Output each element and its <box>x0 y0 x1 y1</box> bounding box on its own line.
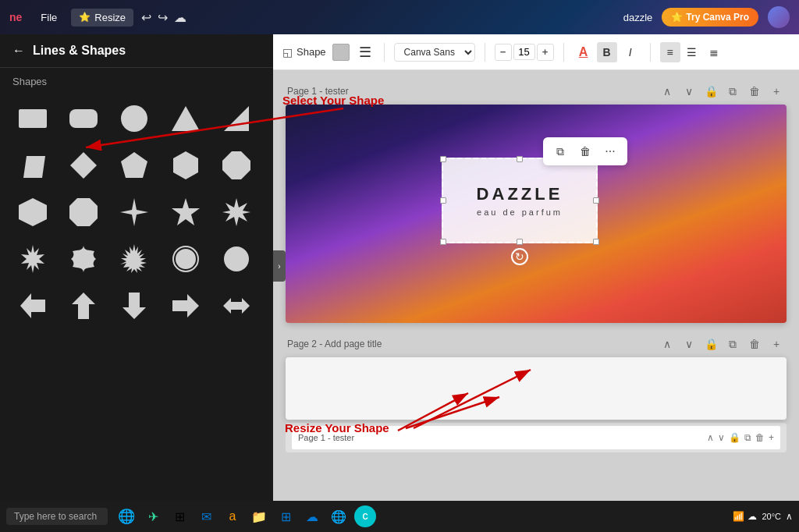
taskbar-tripadvisor-icon[interactable]: ✈ <box>142 505 164 527</box>
mini-up[interactable]: ∧ <box>707 432 714 443</box>
sidebar-title: Lines & Shapes <box>33 44 126 58</box>
shape-starburst2[interactable] <box>114 239 154 279</box>
back-button[interactable]: ← <box>12 44 25 58</box>
file-menu[interactable]: File <box>34 9 63 27</box>
page1-canvas[interactable]: ↻ DAZZLE eau de parfum ⧉ 🗑 ··· <box>286 105 787 323</box>
separator3 <box>563 43 564 62</box>
rotate-handle[interactable]: ↻ <box>511 248 528 265</box>
mini-down[interactable]: ∨ <box>718 432 725 443</box>
selected-shape[interactable]: ↻ DAZZLE eau de parfum <box>442 158 598 243</box>
taskbar-windows-icon[interactable]: ⊞ <box>169 505 190 527</box>
handle-rm[interactable] <box>593 197 599 204</box>
page1-duplicate[interactable]: ⧉ <box>724 83 741 100</box>
topbar-right: dazzle ⭐ Try Canva Pro <box>623 6 790 28</box>
taskbar: Type here to search 🌐 ✈ ⊞ ✉ a 📁 ⊞ ☁ 🌐 C … <box>0 501 799 532</box>
float-copy-button[interactable]: ⧉ <box>549 140 571 162</box>
page2-delete[interactable]: 🗑 <box>746 335 763 353</box>
shape-arrow-down[interactable] <box>114 286 154 326</box>
italic-button[interactable]: I <box>620 42 641 62</box>
align-right-button[interactable]: ≣ <box>704 42 724 62</box>
canvas-pages[interactable]: Page 1 - tester ∧ ∨ 🔒 ⧉ 🗑 + <box>273 70 799 501</box>
mini-copy[interactable]: ⧉ <box>744 432 751 443</box>
shape-sunburst[interactable] <box>12 239 53 279</box>
taskbar-search[interactable]: Type here to search <box>6 508 108 525</box>
shape-triangle[interactable] <box>165 98 206 139</box>
shape-hexagon[interactable] <box>165 145 206 186</box>
underline-color-button[interactable]: A <box>574 42 594 62</box>
redo-button[interactable]: ↪ <box>158 10 168 25</box>
user-avatar[interactable] <box>768 6 790 28</box>
font-size-decrease[interactable]: − <box>495 44 512 61</box>
shape-hex2[interactable] <box>12 192 53 232</box>
page2-add[interactable]: + <box>768 335 785 353</box>
align-center-button[interactable]: ☰ <box>682 42 702 62</box>
handle-br[interactable] <box>593 239 599 245</box>
taskbar-canva-icon[interactable]: C <box>354 505 376 527</box>
cloud-save-icon: ☁ <box>174 10 186 25</box>
page1-delete[interactable]: 🗑 <box>746 83 763 100</box>
align-left-button[interactable]: ≡ <box>660 42 680 62</box>
shape-right-triangle[interactable] <box>216 98 257 139</box>
shape-floating-toolbar: ⧉ 🗑 ··· <box>543 137 627 165</box>
float-delete-button[interactable]: 🗑 <box>574 140 596 162</box>
shape-star6[interactable] <box>216 192 257 232</box>
taskbar-edge-icon[interactable]: 🌐 <box>115 505 137 527</box>
try-pro-button[interactable]: ⭐ Try Canva Pro <box>662 8 758 27</box>
resize-button[interactable]: ⭐ Resize <box>71 9 133 27</box>
shape-badge[interactable] <box>165 239 206 279</box>
mini-add[interactable]: + <box>769 432 774 443</box>
handle-tl[interactable] <box>440 156 446 162</box>
color-swatch[interactable] <box>332 44 350 61</box>
mini-delete[interactable]: 🗑 <box>755 432 765 443</box>
shape-pentagon[interactable] <box>114 145 154 186</box>
mini-lock[interactable]: 🔒 <box>729 432 740 443</box>
main-layout: ← Lines & Shapes Shapes <box>0 34 799 501</box>
chevron-right-icon: › <box>278 262 280 271</box>
shape-chevron-left[interactable] <box>12 286 53 326</box>
shape-star5[interactable] <box>165 192 206 232</box>
handle-lm[interactable] <box>440 197 446 204</box>
page2-duplicate[interactable]: ⧉ <box>724 335 741 353</box>
shape-arrow-up[interactable] <box>63 286 104 326</box>
shape-diamond[interactable] <box>63 145 104 186</box>
page1-up[interactable]: ∧ <box>659 83 676 100</box>
handle-bl[interactable] <box>440 239 446 245</box>
font-select[interactable]: Canva Sans <box>394 43 475 62</box>
page1-lock[interactable]: 🔒 <box>702 83 719 100</box>
shape-rounded-star[interactable] <box>63 239 104 279</box>
shape-oct2[interactable] <box>63 192 104 232</box>
taskbar-expand-icon[interactable]: ∧ <box>786 511 793 522</box>
taskbar-start-icon[interactable]: ⊞ <box>275 505 297 527</box>
undo-button[interactable]: ↩ <box>141 10 151 25</box>
handle-tm[interactable] <box>517 156 523 162</box>
line-style-button[interactable]: ☰ <box>356 42 375 62</box>
page2-canvas[interactable] <box>286 357 787 420</box>
page2-up[interactable]: ∧ <box>659 335 676 353</box>
taskbar-onedrive-icon[interactable]: ☁ <box>301 505 323 527</box>
svg-marker-13 <box>172 198 200 225</box>
shape-double-arrow[interactable] <box>216 286 257 326</box>
shape-rectangle[interactable] <box>12 98 53 139</box>
page2-down[interactable]: ∨ <box>680 335 698 353</box>
handle-bm[interactable] <box>517 239 523 245</box>
shape-rounded-rect[interactable] <box>63 98 104 139</box>
mini-page-label: Page 1 - tester <box>298 433 354 442</box>
shape-badge2[interactable] <box>216 239 257 279</box>
taskbar-folder-icon[interactable]: 📁 <box>248 505 270 527</box>
page2-lock[interactable]: 🔒 <box>702 335 719 353</box>
taskbar-chrome-icon[interactable]: 🌐 <box>328 505 350 527</box>
shape-parallelogram[interactable] <box>12 145 53 186</box>
page1-add[interactable]: + <box>768 83 785 100</box>
font-size-value[interactable]: 15 <box>513 44 535 60</box>
shape-arrow-right[interactable] <box>165 286 206 326</box>
shape-circle[interactable] <box>114 98 154 139</box>
font-size-increase[interactable]: + <box>537 44 554 61</box>
bold-button[interactable]: B <box>597 42 617 62</box>
taskbar-amazon-icon[interactable]: a <box>222 505 243 527</box>
page1-down[interactable]: ∨ <box>680 83 698 100</box>
taskbar-mail-icon[interactable]: ✉ <box>195 505 217 527</box>
shape-star4[interactable] <box>114 192 154 232</box>
shape-octagon[interactable] <box>216 145 257 186</box>
sidebar-toggle[interactable]: › <box>273 250 286 282</box>
float-more-button[interactable]: ··· <box>599 140 621 162</box>
